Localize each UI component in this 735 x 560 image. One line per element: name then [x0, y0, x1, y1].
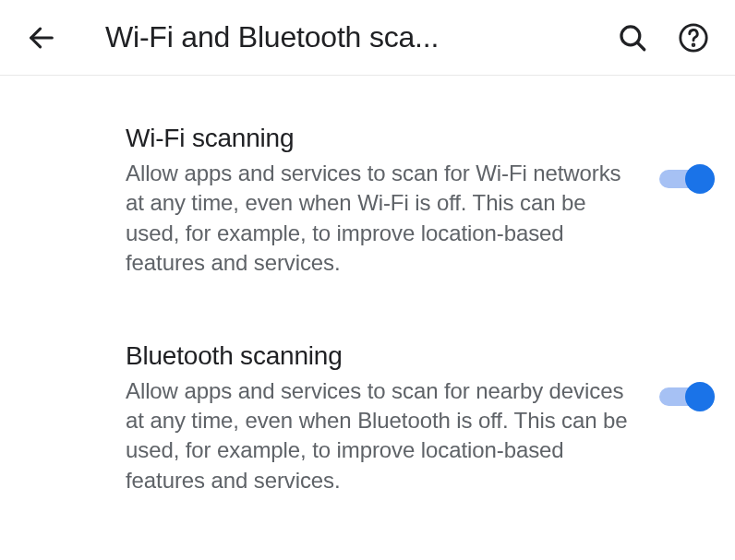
bluetooth-scanning-setting[interactable]: Bluetooth scanning Allow apps and servic…	[0, 323, 735, 522]
search-icon	[617, 22, 648, 54]
arrow-back-icon	[26, 22, 57, 54]
wifi-scanning-title: Wi-Fi scanning	[126, 124, 632, 153]
setting-text-block: Bluetooth scanning Allow apps and servic…	[126, 341, 654, 496]
page-title: Wi-Fi and Bluetooth sca...	[105, 20, 548, 54]
help-icon	[678, 22, 709, 54]
back-button[interactable]	[22, 18, 61, 57]
wifi-scanning-toggle[interactable]	[659, 170, 707, 188]
bluetooth-scanning-description: Allow apps and services to scan for near…	[126, 376, 632, 496]
toggle-container	[654, 124, 713, 188]
search-button[interactable]	[613, 18, 652, 57]
bluetooth-scanning-title: Bluetooth scanning	[126, 341, 632, 371]
toggle-container	[654, 341, 713, 406]
toggle-thumb	[685, 382, 715, 411]
setting-text-block: Wi-Fi scanning Allow apps and services t…	[126, 124, 654, 279]
wifi-scanning-description: Allow apps and services to scan for Wi-F…	[126, 159, 632, 279]
header-actions	[613, 18, 713, 57]
app-header: Wi-Fi and Bluetooth sca...	[0, 0, 735, 76]
bluetooth-scanning-toggle[interactable]	[659, 387, 707, 406]
toggle-thumb	[685, 164, 715, 194]
settings-content: Wi-Fi scanning Allow apps and services t…	[0, 76, 735, 551]
help-button[interactable]	[674, 18, 713, 57]
svg-point-4	[693, 43, 694, 45]
wifi-scanning-setting[interactable]: Wi-Fi scanning Allow apps and services t…	[0, 105, 735, 304]
svg-line-2	[637, 42, 645, 49]
